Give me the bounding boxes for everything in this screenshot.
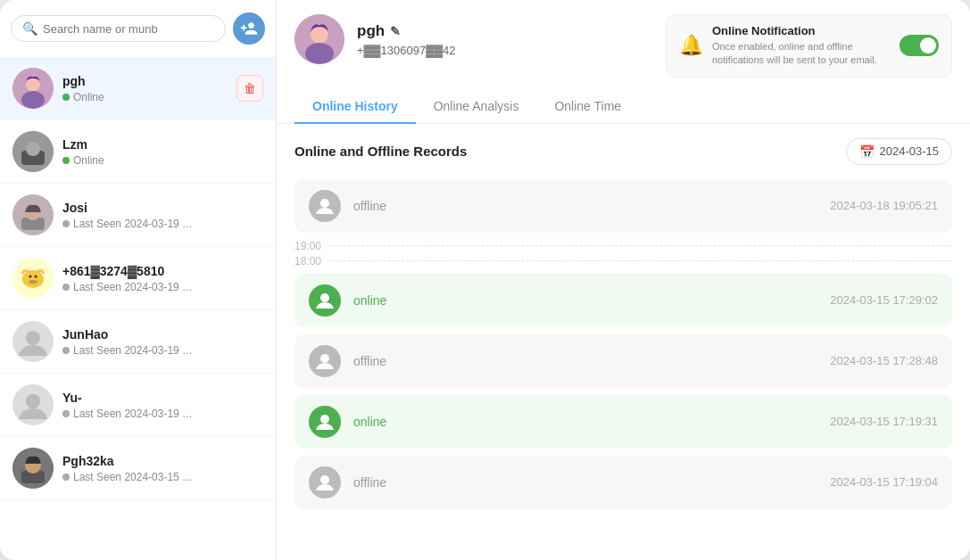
notification-text: Online Notification Once enabled, online… — [712, 24, 891, 68]
contact-name-josi: Josi — [62, 201, 263, 215]
contact-status-yu: Last Seen 2024-03-19 … — [62, 408, 263, 420]
time-marker-18-label: 18:00 — [294, 255, 330, 268]
tab-online-analysis[interactable]: Online Analysis — [416, 90, 537, 124]
contact-name-pgh: pgh — [62, 74, 236, 88]
profile-details: pgh ✎ +▓▓1306097▓▓42 — [357, 22, 456, 57]
toggle-slider — [900, 35, 939, 56]
svg-point-27 — [320, 415, 329, 424]
record-avatar-online-1 — [309, 284, 341, 317]
status-dot-pgh — [62, 94, 70, 101]
contact-name-pgh32ka: Pgh32ka — [62, 454, 263, 468]
profile-name: pgh — [357, 22, 385, 40]
svg-point-6 — [26, 142, 40, 156]
calendar-icon: 📅 — [859, 144, 875, 159]
contact-info-pgh32ka: Pgh32ka Last Seen 2024-03-15 … — [62, 454, 263, 483]
svg-point-24 — [320, 199, 329, 208]
search-input-wrap[interactable]: 🔍 — [11, 15, 226, 42]
edit-icon[interactable]: ✎ — [390, 24, 401, 38]
avatar-junhao — [12, 321, 54, 362]
tabs-row: Online History Online Analysis Online Ti… — [294, 90, 952, 123]
record-status-3: online — [353, 415, 830, 429]
time-marker-18: 18:00 — [294, 255, 952, 268]
notification-box: 🔔 Online Notification Once enabled, onli… — [666, 14, 952, 78]
search-bar: 🔍 — [0, 0, 276, 57]
contact-info-josi: Josi Last Seen 2024-03-19 … — [62, 201, 263, 230]
record-avatar-offline-4 — [309, 466, 341, 498]
contact-status-josi: Last Seen 2024-03-19 … — [62, 218, 263, 230]
add-user-button[interactable] — [233, 12, 265, 45]
contact-info-yu: Yu- Last Seen 2024-03-19 … — [62, 391, 263, 420]
record-avatar-offline-0 — [309, 190, 341, 222]
svg-point-26 — [320, 354, 329, 363]
bell-icon: 🔔 — [679, 34, 703, 57]
contact-name-yu: Yu- — [62, 391, 263, 405]
notification-toggle[interactable] — [900, 35, 939, 56]
record-status-0: offline — [353, 199, 830, 213]
time-markers: 19:00 18:00 — [294, 240, 952, 270]
avatar-phone1 — [12, 258, 54, 299]
contact-info-phone1: +861▓3274▓5810 Last Seen 2024-03-19 … — [62, 264, 263, 293]
search-input[interactable] — [43, 22, 214, 36]
contact-status-pgh32ka: Last Seen 2024-03-15 … — [62, 471, 263, 483]
date-picker-button[interactable]: 📅 2024-03-15 — [846, 138, 953, 165]
svg-point-23 — [305, 43, 334, 64]
avatar-yu — [12, 384, 54, 425]
contact-info-lzm: Lzm Online — [62, 137, 263, 167]
contact-item-junhao[interactable]: JunHao Last Seen 2024-03-19 … — [0, 310, 276, 374]
record-time-0: 2024-03-18 19:05:21 — [830, 199, 938, 212]
record-item-0: offline 2024-03-18 19:05:21 — [294, 179, 952, 233]
record-time-3: 2024-03-15 17:19:31 — [830, 415, 938, 428]
contact-status-pgh: Online — [62, 91, 236, 103]
records-title: Online and Offline Records — [294, 144, 467, 159]
avatar-lzm — [12, 131, 54, 172]
contact-item-pgh32ka[interactable]: Pgh32ka Last Seen 2024-03-15 … — [0, 437, 276, 500]
sidebar: 🔍 — [0, 0, 277, 560]
time-marker-19-label: 19:00 — [294, 240, 330, 252]
contact-status-lzm: Online — [62, 154, 263, 167]
avatar-pgh — [12, 68, 54, 109]
date-filter-value: 2024-03-15 — [880, 144, 940, 158]
record-status-2: offline — [353, 354, 830, 368]
svg-point-2 — [21, 91, 45, 109]
status-dot-josi — [62, 220, 70, 227]
contact-item-josi[interactable]: Josi Last Seen 2024-03-19 … — [0, 184, 276, 247]
status-dot-junhao — [62, 347, 70, 354]
delete-button-pgh[interactable]: 🗑 — [236, 75, 263, 102]
svg-point-14 — [35, 276, 37, 278]
records-section: Online and Offline Records 📅 2024-03-15 … — [277, 124, 970, 560]
record-avatar-online-3 — [309, 406, 341, 438]
svg-point-28 — [320, 475, 329, 484]
status-dot-pgh32ka — [62, 474, 70, 481]
svg-point-15 — [29, 280, 37, 284]
app-container: 🔍 — [0, 0, 970, 560]
tab-online-history[interactable]: Online History — [294, 90, 416, 124]
contact-status-junhao: Last Seen 2024-03-19 … — [62, 344, 263, 357]
status-dot-lzm — [62, 157, 70, 164]
contact-list: pgh Online 🗑 Lz — [0, 57, 276, 560]
contact-name-phone1: +861▓3274▓5810 — [62, 264, 263, 278]
record-item-3: online 2024-03-15 17:19:31 — [294, 395, 952, 449]
profile-left: pgh ✎ +▓▓1306097▓▓42 — [294, 14, 456, 64]
avatar-pgh32ka — [12, 448, 54, 489]
record-item-4: offline 2024-03-15 17:19:04 — [294, 456, 952, 509]
tab-online-time[interactable]: Online Time — [536, 90, 639, 124]
profile-phone: +▓▓1306097▓▓42 — [357, 44, 456, 57]
notification-description: Once enabled, online and offline notific… — [712, 40, 891, 68]
svg-point-17 — [26, 394, 40, 408]
record-time-4: 2024-03-15 17:19:04 — [830, 475, 938, 489]
time-marker-19: 19:00 — [294, 240, 952, 252]
contact-item-lzm[interactable]: Lzm Online — [0, 120, 276, 184]
main-content: pgh ✎ +▓▓1306097▓▓42 🔔 Online Notificati… — [277, 0, 970, 560]
contact-info-pgh: pgh Online — [62, 74, 236, 103]
records-header: Online and Offline Records 📅 2024-03-15 — [294, 138, 952, 165]
contact-item-yu[interactable]: Yu- Last Seen 2024-03-19 … — [0, 374, 276, 437]
contact-item-phone1[interactable]: +861▓3274▓5810 Last Seen 2024-03-19 … — [0, 247, 276, 310]
svg-point-16 — [26, 331, 40, 345]
contact-item-pgh[interactable]: pgh Online 🗑 — [0, 57, 276, 120]
contact-info-junhao: JunHao Last Seen 2024-03-19 … — [62, 327, 263, 357]
contact-name-junhao: JunHao — [62, 327, 263, 342]
time-marker-18-line — [330, 260, 952, 261]
contact-status-phone1: Last Seen 2024-03-19 … — [62, 281, 263, 293]
main-header: pgh ✎ +▓▓1306097▓▓42 🔔 Online Notificati… — [277, 0, 970, 124]
record-time-2: 2024-03-15 17:28:48 — [830, 354, 938, 367]
